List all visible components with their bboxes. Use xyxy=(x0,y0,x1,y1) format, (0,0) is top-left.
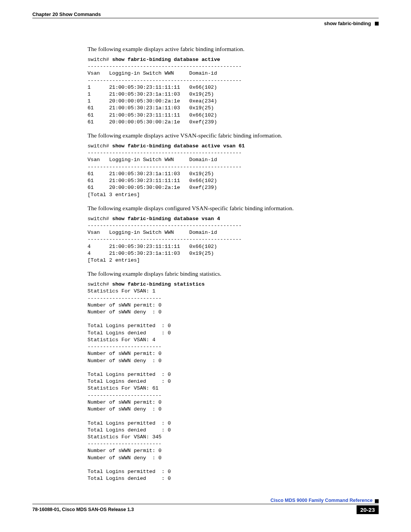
cli-prompt: switch# xyxy=(88,57,112,62)
body-content: The following example displays active fa… xyxy=(88,45,379,482)
cli-prompt: switch# xyxy=(88,281,112,287)
intro-paragraph: The following example displays active fa… xyxy=(88,45,379,53)
cli-output: Statistics For VSAN: 1 -----------------… xyxy=(88,288,171,481)
cli-block: switch# show fabric-binding database act… xyxy=(88,143,379,198)
intro-paragraph: The following example displays configure… xyxy=(88,204,379,212)
cli-output: ----------------------------------------… xyxy=(88,150,242,197)
cli-output: ----------------------------------------… xyxy=(88,64,242,125)
header-rule xyxy=(32,18,379,18)
footer-title: Cisco MDS 9000 Family Command Reference xyxy=(271,498,373,503)
cli-block: switch# show fabric-binding database vsa… xyxy=(88,216,379,264)
footer-release: 78-16088-01, Cisco MDS SAN-OS Release 1.… xyxy=(32,507,134,512)
section-marker-icon xyxy=(375,22,379,26)
cli-output: ----------------------------------------… xyxy=(88,223,242,263)
cli-command: show fabric-binding database active vsan… xyxy=(112,143,245,149)
section-title: show fabric-binding xyxy=(324,21,371,26)
cli-prompt: switch# xyxy=(88,216,112,222)
chapter-label: Chapter 20 Show Commands xyxy=(32,11,101,17)
cli-command: show fabric-binding database vsan 4 xyxy=(112,216,220,222)
cli-block: switch# show fabric-binding statistics S… xyxy=(88,281,379,482)
cli-prompt: switch# xyxy=(88,143,112,149)
page-header: Chapter 20 Show Commands xyxy=(32,11,379,18)
intro-paragraph: The following example displays fabric bi… xyxy=(88,270,379,278)
footer-rule xyxy=(32,504,379,504)
cli-command: show fabric-binding database active xyxy=(112,57,220,62)
page-footer: Cisco MDS 9000 Family Command Reference … xyxy=(32,498,379,514)
cli-block: switch# show fabric-binding database act… xyxy=(88,56,379,126)
page-number: 20-23 xyxy=(357,505,379,514)
intro-paragraph: The following example displays active VS… xyxy=(88,132,379,140)
section-header: show fabric-binding xyxy=(32,21,379,26)
footer-marker-icon xyxy=(375,499,379,503)
cli-command: show fabric-binding statistics xyxy=(112,281,205,287)
